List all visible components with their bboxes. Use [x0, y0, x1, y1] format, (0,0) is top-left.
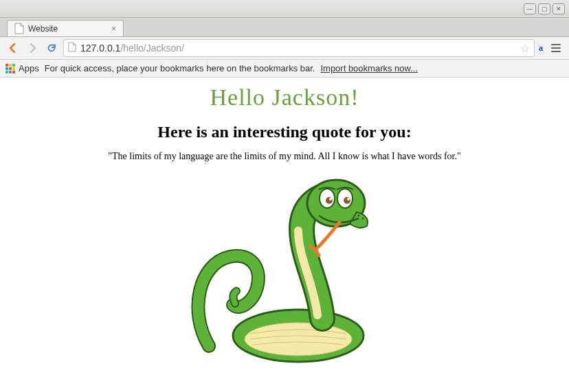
tab-strip: Website × — [0, 18, 569, 37]
svg-point-1 — [245, 323, 352, 356]
import-bookmarks-link[interactable]: Import bookmarks now... — [320, 63, 418, 73]
close-window-button[interactable]: ✕ — [553, 3, 565, 14]
url-text: 127.0.0.1/hello/Jackson/ — [80, 43, 516, 54]
url-path: /hello/Jackson/ — [120, 43, 184, 54]
svg-point-10 — [362, 218, 364, 220]
page-heading: Hello Jackson! — [0, 84, 569, 111]
browser-tab[interactable]: Website × — [7, 20, 124, 36]
tab-title: Website — [28, 24, 107, 34]
address-bar[interactable]: 127.0.0.1/hello/Jackson/ ☆ — [63, 39, 535, 57]
svg-point-5 — [326, 197, 333, 204]
menu-button[interactable] — [548, 44, 564, 52]
bookmark-star-icon[interactable]: ☆ — [520, 42, 530, 55]
browser-toolbar: 127.0.0.1/hello/Jackson/ ☆ a — [0, 37, 569, 60]
apps-icon — [5, 64, 15, 73]
svg-point-9 — [358, 215, 360, 217]
bookmarks-hint: For quick access, place your bookmarks h… — [45, 63, 315, 73]
svg-point-8 — [347, 198, 350, 200]
apps-label: Apps — [19, 63, 39, 73]
url-host: 127.0.0.1 — [80, 43, 120, 54]
page-subheading: Here is an interesting quote for you: — [0, 123, 569, 141]
apps-button[interactable]: Apps — [5, 63, 39, 73]
page-viewport: Hello Jackson! Here is an interesting qu… — [0, 78, 569, 392]
window-titlebar: — ▢ ✕ — [0, 0, 569, 18]
page-icon — [68, 42, 76, 54]
forward-button[interactable] — [25, 41, 40, 56]
svg-point-6 — [344, 197, 350, 204]
page-icon — [14, 23, 24, 34]
reload-button[interactable] — [44, 41, 59, 56]
profile-badge[interactable]: a — [539, 44, 543, 52]
maximize-button[interactable]: ▢ — [538, 3, 550, 14]
bookmarks-bar: Apps For quick access, place your bookma… — [0, 60, 569, 78]
back-button[interactable] — [5, 41, 21, 56]
svg-point-7 — [329, 198, 332, 200]
page-quote: "The limits of my language are the limit… — [0, 151, 569, 162]
close-tab-icon[interactable]: × — [111, 24, 116, 34]
page-image — [0, 174, 569, 367]
minimize-button[interactable]: — — [524, 3, 536, 14]
